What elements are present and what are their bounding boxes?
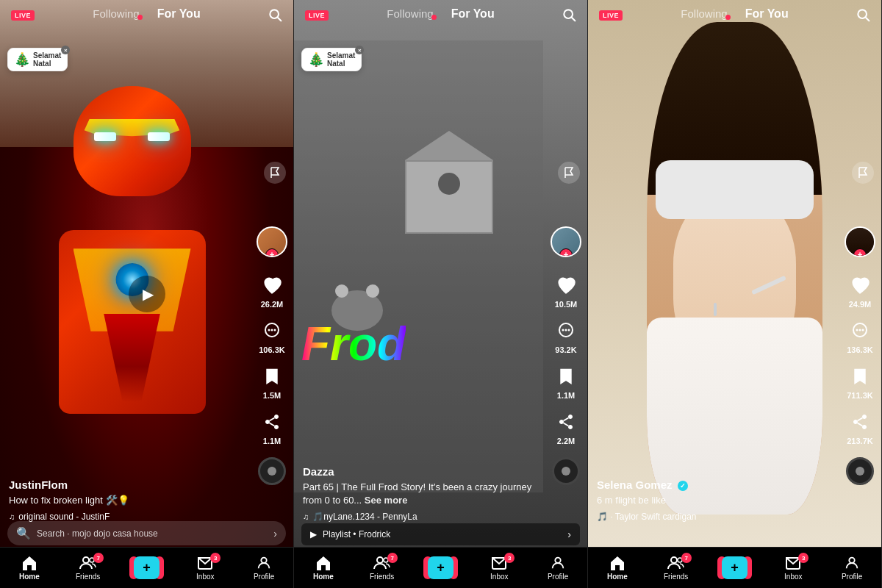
- comments-count-2: 93.2K: [555, 345, 576, 354]
- for-you-tab-2[interactable]: For You: [451, 7, 495, 21]
- nav-home-1[interactable]: Home: [11, 555, 48, 581]
- nav-inbox-2[interactable]: 3 Inbox: [481, 555, 517, 581]
- phone-panel-3: LIVE Following For You + 24.9M: [588, 0, 882, 588]
- svg-point-21: [856, 329, 858, 331]
- nav-home-3[interactable]: Home: [599, 555, 636, 581]
- nav-profile-1[interactable]: Profile: [245, 555, 282, 581]
- play-button-1[interactable]: ▶: [129, 276, 165, 312]
- following-tab-3[interactable]: Following: [681, 7, 727, 21]
- see-more-2[interactable]: See more: [365, 495, 408, 506]
- live-badge-2: LIVE: [305, 7, 329, 21]
- svg-point-14: [568, 329, 570, 331]
- verified-badge-3: ✓: [678, 481, 688, 491]
- friends-badge-3: 7: [681, 553, 692, 563]
- flag-icon-2[interactable]: [558, 162, 580, 184]
- inbox-badge-2: 3: [504, 553, 514, 563]
- birdhouse-visual: [294, 40, 543, 492]
- svg-point-4: [271, 329, 273, 331]
- search-icon-2[interactable]: [562, 7, 576, 26]
- search-icon-3[interactable]: [856, 7, 870, 26]
- bottom-info-1: JustinFlom How to fix broken light 🛠️💡 ♫…: [9, 478, 249, 522]
- nav-profile-2[interactable]: Profile: [539, 555, 576, 581]
- svg-point-12: [562, 329, 564, 331]
- svg-point-3: [268, 329, 270, 331]
- christmas-sticker-2[interactable]: × 🎄 SelamatNatal: [301, 48, 362, 71]
- sound-info-1: ♫ original sound - JustinF: [9, 512, 249, 522]
- live-badge-1: LIVE: [11, 7, 35, 21]
- svg-point-24: [671, 557, 677, 563]
- top-navigation-3: LIVE Following For You: [588, 0, 881, 28]
- nav-inbox-1[interactable]: 3 Inbox: [187, 555, 223, 581]
- nav-friends-3[interactable]: 7 Friends: [658, 555, 695, 581]
- svg-point-8: [261, 558, 266, 563]
- svg-point-13: [565, 329, 567, 331]
- nav-inbox-3[interactable]: 3 Inbox: [775, 555, 811, 581]
- svg-line-10: [572, 18, 576, 21]
- svg-point-23: [862, 329, 864, 331]
- bottom-info-3: Selena Gomez ✓ 6 m flight be like 🎵 · Ta…: [597, 478, 837, 522]
- svg-point-22: [859, 329, 861, 331]
- bookmark-action-1[interactable]: 1.5M: [259, 363, 285, 400]
- bookmark-action-3[interactable]: 711.3K: [847, 363, 873, 400]
- top-navigation-2: LIVE Following For You: [294, 0, 587, 28]
- christmas-sticker-1[interactable]: × 🎄 SelamatNatal: [7, 48, 68, 71]
- nav-home-2[interactable]: Home: [305, 555, 342, 581]
- friends-badge-2: 7: [387, 553, 398, 563]
- search-text-1: Search · mojo dojo casa house: [37, 528, 268, 539]
- like-action-2[interactable]: 10.5M: [553, 272, 579, 309]
- flag-icon-1[interactable]: [264, 162, 286, 184]
- nav-add-3[interactable]: +: [716, 556, 753, 579]
- for-you-tab-3[interactable]: For You: [745, 7, 789, 21]
- playlist-arrow-2: ›: [567, 528, 571, 540]
- share-action-3[interactable]: 213.7K: [847, 409, 873, 445]
- svg-line-1: [278, 18, 282, 21]
- ironman-illustration: [15, 40, 249, 492]
- comments-count-1: 106.3K: [259, 345, 284, 354]
- comment-action-2[interactable]: 93.2K: [553, 318, 579, 354]
- creator-avatar-2[interactable]: +: [551, 226, 581, 257]
- following-tab-1[interactable]: Following: [93, 7, 139, 21]
- nav-friends-2[interactable]: 7 Friends: [364, 555, 401, 581]
- playlist-bar-2[interactable]: ▶ Playlist • Frodrick ›: [301, 523, 580, 545]
- follow-button-3[interactable]: +: [853, 248, 867, 257]
- flag-icon-3[interactable]: [852, 162, 874, 184]
- svg-line-19: [866, 18, 870, 21]
- share-action-1[interactable]: 1.1M: [259, 409, 285, 445]
- like-action-3[interactable]: 24.9M: [847, 272, 873, 309]
- video-description-2: Part 65 | The Full Frod Story! It's been…: [303, 481, 543, 507]
- follow-button-2[interactable]: +: [559, 248, 573, 257]
- live-badge-3: LIVE: [599, 7, 623, 21]
- nav-profile-3[interactable]: Profile: [833, 555, 870, 581]
- search-bar-1[interactable]: 🔍 Search · mojo dojo casa house ›: [7, 521, 286, 545]
- sound-info-3: 🎵 · Taylor Swift cardigan: [597, 512, 837, 522]
- search-icon-1[interactable]: [268, 7, 282, 26]
- music-disc-1: [258, 457, 286, 485]
- phone-panel-1: LIVE Following For You × 🎄 SelamatNatal …: [0, 0, 294, 588]
- like-action-1[interactable]: 26.2M: [259, 272, 285, 309]
- creator-name-1[interactable]: JustinFlom: [9, 478, 249, 491]
- share-action-2[interactable]: 2.2M: [553, 409, 579, 445]
- likes-count-1: 26.2M: [261, 300, 284, 309]
- music-disc-3: [846, 457, 874, 485]
- comment-action-3[interactable]: 136.3K: [847, 318, 873, 354]
- bookmarks-count-1: 1.5M: [263, 391, 281, 400]
- search-icon-bar-1: 🔍: [16, 526, 31, 540]
- shares-count-3: 213.7K: [847, 437, 872, 445]
- creator-avatar-1[interactable]: +: [257, 226, 287, 257]
- for-you-tab-1[interactable]: For You: [157, 7, 201, 21]
- inbox-badge-3: 3: [798, 553, 808, 563]
- nav-friends-1[interactable]: 7 Friends: [70, 555, 107, 581]
- bookmark-action-2[interactable]: 1.1M: [553, 363, 579, 400]
- follow-button-1[interactable]: +: [265, 248, 279, 257]
- inbox-badge-1: 3: [210, 553, 220, 563]
- creator-name-2[interactable]: Dazza: [303, 465, 543, 478]
- nav-add-2[interactable]: +: [422, 556, 459, 579]
- shares-count-1: 1.1M: [263, 437, 281, 445]
- playlist-text-2: Playlist • Frodrick: [323, 529, 390, 539]
- nav-add-1[interactable]: +: [128, 556, 165, 579]
- live-dot-2: [431, 15, 437, 20]
- creator-avatar-3[interactable]: +: [845, 226, 875, 257]
- following-tab-2[interactable]: Following: [387, 7, 433, 21]
- creator-name-3[interactable]: Selena Gomez ✓: [597, 478, 837, 491]
- comment-action-1[interactable]: 106.3K: [259, 318, 285, 354]
